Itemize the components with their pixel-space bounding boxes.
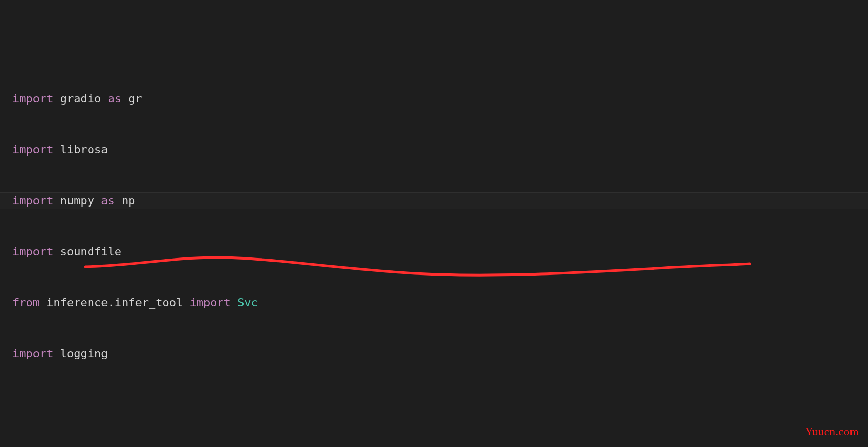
underline-annotation-icon	[0, 0, 868, 447]
code-line[interactable]: import logging	[12, 345, 868, 362]
code-line[interactable]	[12, 396, 868, 413]
code-line[interactable]: import soundfile	[12, 243, 868, 260]
code-line[interactable]: import gradio as gr	[12, 90, 868, 107]
code-line[interactable]: from inference.infer_tool import Svc	[12, 294, 868, 311]
code-line[interactable]: import numpy as np	[12, 192, 868, 209]
code-line[interactable]: import librosa	[12, 141, 868, 158]
code-editor[interactable]: import gradio as gr import librosa impor…	[0, 0, 868, 447]
watermark-text: Yuucn.com	[805, 423, 859, 440]
